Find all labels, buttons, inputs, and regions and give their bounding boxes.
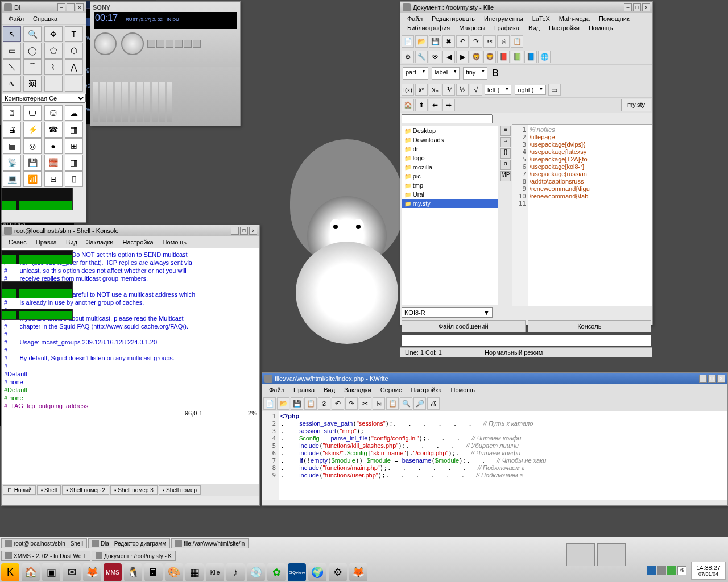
shape-plotter[interactable]: ⌷ <box>65 171 83 187</box>
minimize-button[interactable]: – <box>231 227 239 235</box>
eq-slider[interactable] <box>93 82 98 122</box>
shape-net[interactable]: ⊞ <box>65 138 83 154</box>
close-icon[interactable]: ⊘ <box>318 397 330 410</box>
eq-slider[interactable] <box>115 82 121 122</box>
shell-tab[interactable]: ▪ Shell номер 3 <box>110 485 158 495</box>
shape-cloud[interactable]: ☁ <box>65 105 83 121</box>
redo-icon[interactable]: ↷ <box>345 397 358 410</box>
file-item[interactable]: Desktop <box>402 126 498 135</box>
pager-2[interactable] <box>597 543 626 566</box>
print-icon[interactable]: 🖨 <box>427 397 440 410</box>
taskbar-task[interactable]: XMMS - 2. 02 - In Dust We T <box>1 551 90 561</box>
desktop-number[interactable]: 6 <box>677 566 686 575</box>
taskbar-clock[interactable]: 14:38:27 07/01/04 <box>691 562 726 580</box>
minimize-button[interactable]: – <box>624 3 632 11</box>
shape-printer[interactable]: 🖨 <box>3 122 21 138</box>
arrow-r-icon[interactable]: ▶ <box>456 51 469 63</box>
taskbar-task[interactable]: file:/var/www/html/site/in <box>171 538 249 548</box>
maximize-button[interactable]: □ <box>67 3 75 11</box>
build-icon[interactable]: 🔧 <box>415 51 428 63</box>
menu-item[interactable]: Правка <box>289 385 319 394</box>
shape-category[interactable]: Компьютерная Се <box>2 94 86 103</box>
home-icon[interactable]: 🏠 <box>402 99 414 111</box>
menu-item[interactable]: Помощь <box>158 238 192 247</box>
xmms-main[interactable]: SONY 00:17 RUST (5:17) 2. 02 - IN DU <box>90 2 240 67</box>
saveas-icon[interactable]: 📋 <box>304 397 317 410</box>
dvi-icon[interactable]: 📕 <box>497 51 510 63</box>
pdf-icon[interactable]: 📘 <box>524 51 537 63</box>
menu-file[interactable]: Файл <box>4 14 28 23</box>
menu-item[interactable]: Помощь <box>446 385 480 394</box>
burn-icon[interactable]: 💿 <box>247 563 265 581</box>
shape-switch[interactable]: ▤ <box>3 138 21 154</box>
shape-laptop[interactable]: 💻 <box>3 171 21 187</box>
tux-icon[interactable]: 🐧 <box>124 563 142 581</box>
mc-icon[interactable]: ▦ <box>185 563 204 581</box>
side-arrow[interactable]: → <box>500 137 511 147</box>
minimize-button[interactable]: – <box>699 375 707 383</box>
redo-icon[interactable]: ↷ <box>470 35 482 48</box>
menu-item[interactable]: Закладки <box>82 238 118 247</box>
shell-tab[interactable]: 🗋 Новый <box>3 485 36 495</box>
drop-right[interactable]: right ) <box>515 85 545 95</box>
firefox-icon[interactable]: 🦊 <box>83 563 101 581</box>
shape-antenna[interactable]: 📡 <box>3 155 21 171</box>
eq-slider[interactable] <box>152 82 158 122</box>
encoding-select[interactable]: KOI8-R▼ <box>402 307 493 318</box>
tool-box[interactable]: ▭ <box>3 43 21 59</box>
shape-server[interactable]: ▥ <box>65 155 83 171</box>
side-alpha[interactable]: α <box>500 160 511 170</box>
sup-icon[interactable]: xⁿ <box>415 84 428 96</box>
xmms-play[interactable] <box>156 40 164 48</box>
tool-line[interactable]: ＼ <box>3 59 21 75</box>
menu-item[interactable]: Закладки <box>340 385 376 394</box>
tool-bezier[interactable]: ⬡ <box>65 43 83 59</box>
pager-1[interactable] <box>566 543 595 566</box>
drop-tiny[interactable]: tiny <box>463 67 487 80</box>
tray-icon[interactable] <box>657 566 666 575</box>
view-icon[interactable]: 👁 <box>429 51 441 63</box>
paste-icon[interactable]: 📋 <box>511 35 523 48</box>
side-mp[interactable]: MP <box>500 171 511 181</box>
maximize-button[interactable]: □ <box>708 375 716 383</box>
kmenu-icon[interactable]: K <box>1 563 19 581</box>
menu-item[interactable]: Настройки <box>544 23 584 32</box>
gqview-icon[interactable]: GQview <box>288 563 306 581</box>
home-icon[interactable]: 🏠 <box>22 563 40 581</box>
tool-ellipse[interactable]: ◯ <box>23 43 42 59</box>
undo-icon[interactable]: ↶ <box>332 397 344 410</box>
html-icon[interactable]: 🌐 <box>538 51 551 63</box>
tool-polygon[interactable]: ⬠ <box>44 43 63 59</box>
find-icon[interactable]: 🔍 <box>400 397 412 410</box>
file-item[interactable]: pic <box>402 172 498 181</box>
eq-slider[interactable] <box>130 82 135 122</box>
eq-slider[interactable] <box>144 82 150 122</box>
save-icon[interactable]: 💾 <box>291 397 303 410</box>
menu-item[interactable]: Вид <box>61 238 82 247</box>
xmms-next[interactable] <box>184 40 192 48</box>
xmms-vol-knob[interactable] <box>94 32 117 55</box>
shape-flash[interactable]: ⚡ <box>23 122 42 138</box>
open-icon[interactable]: 📂 <box>415 35 428 48</box>
undo-icon[interactable]: ↶ <box>456 35 469 48</box>
file-item[interactable]: tmp <box>402 181 498 190</box>
tool-blank2[interactable] <box>65 76 83 92</box>
tex2-icon[interactable]: 🦁 <box>483 51 496 63</box>
tool-image[interactable]: 🖼 <box>23 76 42 92</box>
xmms-pause[interactable] <box>166 40 173 48</box>
menu-item[interactable]: Вид <box>524 23 544 32</box>
shape-scsi[interactable]: ⊟ <box>44 171 63 187</box>
shape-storage[interactable]: ⛁ <box>44 105 63 121</box>
menu-item[interactable]: LaTeX <box>528 14 555 23</box>
tool-text[interactable]: T <box>65 26 83 42</box>
shape-computer[interactable]: 🖥 <box>3 105 21 121</box>
kile-dock-icon[interactable]: Kile <box>206 563 224 581</box>
xmms-stop[interactable] <box>175 40 183 48</box>
music-icon[interactable]: ♪ <box>226 563 245 581</box>
findnext-icon[interactable]: 🔎 <box>413 397 426 410</box>
eq-slider[interactable] <box>167 82 172 122</box>
tool-zoom[interactable]: 🔍 <box>23 26 42 42</box>
tray-icon[interactable] <box>667 566 676 575</box>
shape-modem[interactable]: ▦ <box>65 122 83 138</box>
eq-slider[interactable] <box>159 82 165 122</box>
